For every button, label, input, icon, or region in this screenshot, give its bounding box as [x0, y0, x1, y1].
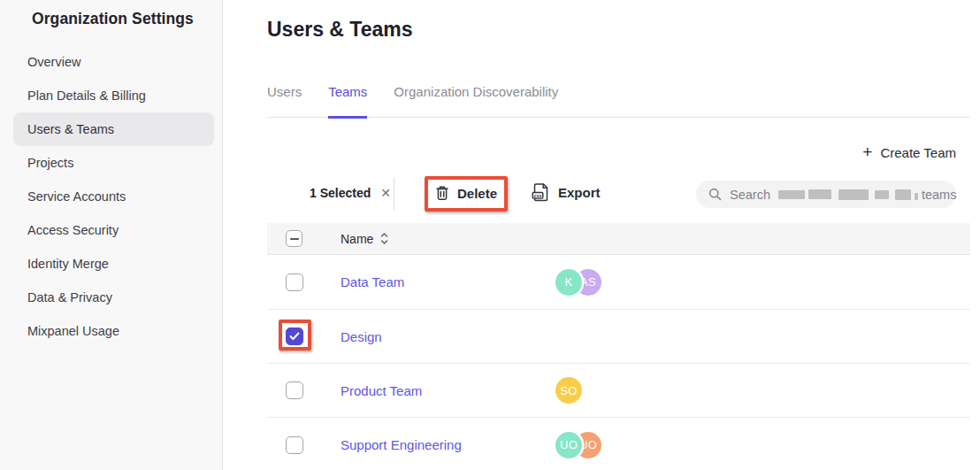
team-name-link[interactable]: Product Team — [341, 383, 553, 398]
clear-selection-icon[interactable]: ✕ — [380, 186, 391, 200]
avatar-group: UO UO — [555, 432, 601, 458]
row-checkbox-checked[interactable] — [286, 327, 303, 345]
redacted-text — [778, 190, 805, 199]
table-row-design: Design — [267, 310, 970, 364]
create-team-button[interactable]: + Create Team — [862, 144, 956, 160]
avatar: SO — [555, 377, 582, 404]
select-all-checkbox[interactable] — [286, 230, 302, 247]
redacted-text — [838, 189, 869, 200]
name-column-header[interactable]: Name — [341, 232, 388, 246]
search-placeholder: Search teams — [730, 188, 956, 202]
selected-count-label: 1 Selected — [310, 186, 371, 200]
avatar-group: SO — [555, 377, 582, 404]
redacted-text — [915, 193, 918, 200]
redacted-text — [875, 190, 889, 199]
sidebar-item-projects[interactable]: Projects — [0, 146, 223, 180]
sidebar-item-users-teams[interactable]: Users & Teams — [13, 112, 214, 146]
table-header-row: Name — [267, 223, 970, 255]
plus-icon: + — [862, 144, 872, 160]
tab-users[interactable]: Users — [267, 84, 302, 117]
avatar: UO — [555, 432, 582, 458]
search-input[interactable]: Search teams — [696, 181, 956, 208]
sidebar-title: Organization Settings — [32, 10, 194, 28]
csv-file-icon: csv — [532, 182, 549, 202]
team-name-link[interactable]: Support Engineering — [341, 437, 553, 452]
redacted-text — [895, 189, 911, 200]
sidebar-item-overview[interactable]: Overview — [0, 45, 223, 79]
row-checkbox[interactable] — [286, 381, 303, 399]
table-row-data-team: Data Team K AS — [267, 255, 970, 310]
sidebar-item-access-security[interactable]: Access Security — [0, 213, 223, 247]
indeterminate-dash-icon — [290, 238, 299, 240]
toolbar-divider — [394, 178, 394, 211]
sidebar-item-data-privacy[interactable]: Data & Privacy — [0, 281, 223, 314]
export-label: Export — [558, 185, 601, 200]
row-checkbox[interactable] — [286, 274, 303, 291]
check-icon — [289, 332, 300, 341]
tab-organization-discoverability[interactable]: Organization Discoverability — [394, 84, 558, 117]
avatar: K — [555, 269, 582, 296]
sidebar-item-mixpanel-usage[interactable]: Mixpanel Usage — [0, 314, 223, 348]
tab-teams[interactable]: Teams — [328, 84, 367, 119]
page-title: Users & Teams — [267, 18, 413, 42]
sort-icon — [380, 233, 388, 244]
sidebar-item-service-accounts[interactable]: Service Accounts — [0, 180, 223, 213]
export-button[interactable]: csv Export — [532, 182, 601, 202]
table-row-support-engineering: Support Engineering UO UO — [267, 418, 970, 470]
team-name-link[interactable]: Design — [341, 329, 553, 344]
organization-settings-page: Organization Settings Overview Plan Deta… — [0, 0, 980, 470]
row-checkbox[interactable] — [286, 436, 303, 454]
tab-bar: Users Teams Organization Discoverability — [267, 84, 970, 118]
svg-text:csv: csv — [534, 193, 542, 198]
delete-button[interactable]: Delete — [435, 185, 497, 201]
sidebar: Organization Settings Overview Plan Deta… — [0, 0, 223, 470]
redacted-text — [808, 189, 831, 199]
sidebar-item-identity-merge[interactable]: Identity Merge — [0, 247, 223, 281]
table-row-product-team: Product Team SO — [267, 364, 970, 418]
sidebar-nav: Overview Plan Details & Billing Users & … — [0, 45, 223, 348]
delete-label: Delete — [457, 186, 497, 201]
create-team-label: Create Team — [880, 145, 956, 160]
team-name-link[interactable]: Data Team — [341, 274, 553, 289]
selection-summary: 1 Selected ✕ — [310, 186, 391, 200]
avatar-group: K AS — [555, 269, 601, 296]
trash-icon — [435, 185, 449, 201]
sidebar-item-plan-details-billing[interactable]: Plan Details & Billing — [0, 79, 223, 112]
search-icon — [708, 188, 722, 201]
